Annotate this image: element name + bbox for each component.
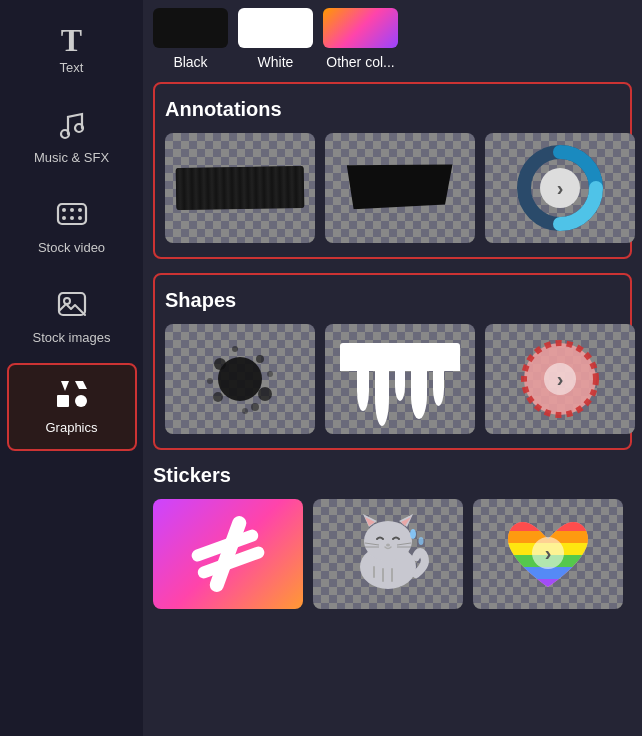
sticker-thumb-1[interactable] (153, 499, 303, 609)
svg-point-25 (207, 378, 213, 384)
svg-point-27 (242, 408, 248, 414)
svg-point-10 (64, 298, 70, 304)
svg-point-21 (258, 387, 272, 401)
music-icon (55, 107, 89, 146)
color-white-container[interactable]: White (238, 8, 313, 70)
svg-point-24 (251, 403, 259, 411)
svg-point-22 (213, 392, 223, 402)
annotations-title: Annotations (165, 98, 620, 121)
text-icon: T (61, 24, 82, 56)
other-label: Other col... (326, 54, 394, 70)
svg-point-3 (62, 208, 66, 212)
svg-rect-13 (57, 395, 69, 407)
sidebar-item-music-label: Music & SFX (34, 150, 109, 165)
white-label: White (258, 54, 294, 70)
white-swatch[interactable] (238, 8, 313, 48)
color-row: Black White Other col... (153, 0, 632, 82)
sidebar-item-stock-images[interactable]: Stock images (7, 273, 137, 359)
sticker-more-button[interactable]: › (473, 499, 623, 609)
sidebar-item-stock-video[interactable]: Stock video (7, 183, 137, 269)
sidebar: T Text Music & SFX Stock video (0, 0, 143, 736)
svg-point-49 (410, 529, 416, 539)
svg-point-41 (386, 544, 390, 547)
svg-point-8 (78, 216, 82, 220)
main-content: Black White Other col... Annotations (143, 0, 642, 736)
annotations-section: Annotations (153, 82, 632, 259)
sidebar-item-graphics[interactable]: Graphics (7, 363, 137, 451)
color-black-container[interactable]: Black (153, 8, 228, 70)
svg-rect-51 (508, 519, 588, 531)
svg-text:›: › (557, 368, 564, 390)
svg-text:›: › (557, 177, 564, 199)
sidebar-item-graphics-label: Graphics (45, 420, 97, 435)
black-swatch[interactable] (153, 8, 228, 48)
svg-point-36 (364, 521, 412, 561)
svg-point-5 (78, 208, 82, 212)
svg-point-14 (75, 395, 87, 407)
shape-more-button[interactable]: › (485, 324, 635, 434)
svg-point-6 (62, 216, 66, 220)
svg-marker-11 (61, 381, 69, 391)
black-label: Black (173, 54, 207, 70)
annotation-more-button[interactable]: › (485, 133, 635, 243)
svg-rect-2 (58, 204, 86, 224)
annotation-thumb-1[interactable] (165, 133, 315, 243)
svg-point-20 (256, 355, 264, 363)
shapes-thumbnails: › (165, 324, 620, 434)
color-other-container[interactable]: Other col... (323, 8, 398, 70)
svg-point-26 (267, 371, 273, 377)
sidebar-item-text[interactable]: T Text (7, 10, 137, 89)
annotation-thumb-2[interactable] (325, 133, 475, 243)
svg-point-19 (214, 358, 226, 370)
svg-text:›: › (545, 542, 552, 564)
svg-rect-56 (508, 579, 588, 591)
shapes-section: Shapes (153, 273, 632, 450)
shapes-title: Shapes (165, 289, 620, 312)
svg-point-7 (70, 216, 74, 220)
svg-point-4 (70, 208, 74, 212)
shape-thumb-drip[interactable] (325, 324, 475, 434)
stickers-title: Stickers (153, 464, 632, 487)
sidebar-item-text-label: Text (60, 60, 84, 75)
stock-video-icon (55, 197, 89, 236)
sticker-thumb-pusheen[interactable] (313, 499, 463, 609)
graphics-icon (53, 379, 91, 416)
sidebar-item-stock-images-label: Stock images (32, 330, 110, 345)
other-swatch[interactable] (323, 8, 398, 48)
stickers-thumbnails: › (153, 499, 632, 609)
svg-marker-12 (75, 381, 87, 389)
sidebar-item-stock-video-label: Stock video (38, 240, 105, 255)
svg-point-23 (232, 346, 238, 352)
stickers-section: Stickers (153, 464, 632, 619)
annotations-thumbnails: › (165, 133, 620, 243)
svg-point-50 (418, 537, 423, 545)
sidebar-item-music-sfx[interactable]: Music & SFX (7, 93, 137, 179)
stock-images-icon (55, 287, 89, 326)
shape-thumb-splatter[interactable] (165, 324, 315, 434)
